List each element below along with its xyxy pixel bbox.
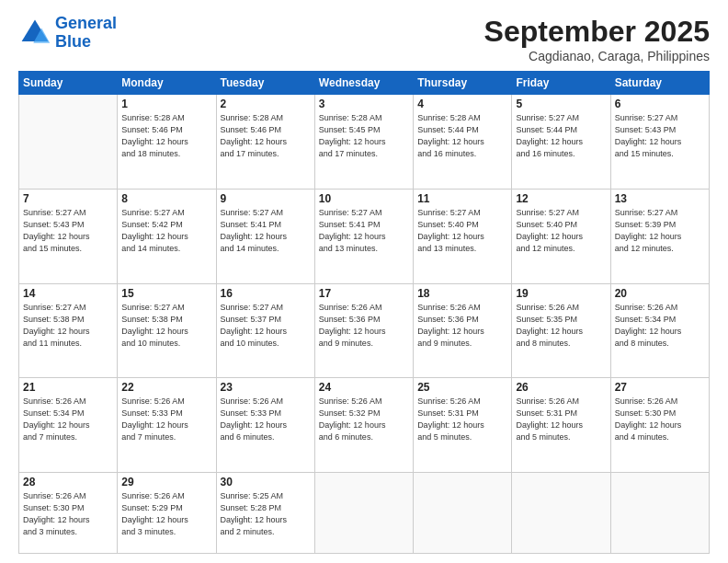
table-row: 2Sunrise: 5:28 AM Sunset: 5:46 PM Daylig…	[216, 95, 314, 190]
table-row: 17Sunrise: 5:26 AM Sunset: 5:36 PM Dayli…	[314, 283, 413, 378]
table-row: 23Sunrise: 5:26 AM Sunset: 5:33 PM Dayli…	[216, 378, 314, 473]
day-info: Sunrise: 5:26 AM Sunset: 5:34 PM Dayligh…	[23, 396, 113, 443]
table-row	[610, 473, 709, 554]
table-row: 27Sunrise: 5:26 AM Sunset: 5:30 PM Dayli…	[610, 378, 709, 473]
page: General Blue September 2025 Cagdianao, C…	[0, 0, 728, 563]
day-info: Sunrise: 5:26 AM Sunset: 5:36 PM Dayligh…	[319, 302, 409, 350]
day-info: Sunrise: 5:28 AM Sunset: 5:45 PM Dayligh…	[319, 112, 409, 160]
title-block: September 2025 Cagdianao, Caraga, Philip…	[484, 15, 710, 63]
day-number: 29	[121, 476, 211, 488]
day-info: Sunrise: 5:27 AM Sunset: 5:43 PM Dayligh…	[23, 207, 113, 255]
header-tuesday: Tuesday	[216, 72, 314, 95]
day-info: Sunrise: 5:26 AM Sunset: 5:36 PM Dayligh…	[417, 302, 507, 350]
table-row: 6Sunrise: 5:27 AM Sunset: 5:43 PM Daylig…	[610, 95, 709, 190]
table-row: 19Sunrise: 5:26 AM Sunset: 5:35 PM Dayli…	[512, 283, 610, 378]
table-row: 10Sunrise: 5:27 AM Sunset: 5:41 PM Dayli…	[314, 189, 413, 283]
table-row: 1Sunrise: 5:28 AM Sunset: 5:46 PM Daylig…	[118, 95, 216, 190]
day-number: 24	[319, 381, 409, 394]
day-number: 25	[417, 381, 507, 394]
table-row	[414, 473, 512, 554]
day-number: 13	[615, 192, 705, 205]
day-info: Sunrise: 5:26 AM Sunset: 5:32 PM Dayligh…	[319, 396, 409, 443]
table-row: 30Sunrise: 5:25 AM Sunset: 5:28 PM Dayli…	[216, 473, 314, 554]
table-row	[19, 95, 118, 190]
table-row: 11Sunrise: 5:27 AM Sunset: 5:40 PM Dayli…	[414, 189, 512, 283]
day-number: 20	[615, 287, 705, 300]
day-info: Sunrise: 5:27 AM Sunset: 5:38 PM Dayligh…	[23, 302, 113, 350]
table-row: 29Sunrise: 5:26 AM Sunset: 5:29 PM Dayli…	[118, 473, 216, 554]
table-row: 5Sunrise: 5:27 AM Sunset: 5:44 PM Daylig…	[512, 95, 610, 190]
day-info: Sunrise: 5:26 AM Sunset: 5:33 PM Dayligh…	[121, 396, 211, 443]
day-number: 15	[121, 287, 211, 300]
logo-icon	[18, 17, 51, 50]
table-row: 14Sunrise: 5:27 AM Sunset: 5:38 PM Dayli…	[19, 283, 118, 378]
day-number: 30	[221, 476, 311, 488]
calendar-header-row: Sunday Monday Tuesday Wednesday Thursday…	[19, 72, 710, 95]
table-row: 16Sunrise: 5:27 AM Sunset: 5:37 PM Dayli…	[216, 283, 314, 378]
day-number: 14	[23, 287, 113, 300]
header-saturday: Saturday	[610, 72, 709, 95]
day-info: Sunrise: 5:26 AM Sunset: 5:34 PM Dayligh…	[615, 302, 705, 350]
table-row: 25Sunrise: 5:26 AM Sunset: 5:31 PM Dayli…	[414, 378, 512, 473]
day-info: Sunrise: 5:28 AM Sunset: 5:46 PM Dayligh…	[121, 112, 211, 160]
day-number: 4	[417, 98, 507, 110]
day-info: Sunrise: 5:26 AM Sunset: 5:31 PM Dayligh…	[417, 396, 507, 443]
header-thursday: Thursday	[414, 72, 512, 95]
day-info: Sunrise: 5:27 AM Sunset: 5:43 PM Dayligh…	[615, 112, 705, 160]
day-info: Sunrise: 5:26 AM Sunset: 5:29 PM Dayligh…	[121, 490, 211, 538]
day-number: 22	[121, 381, 211, 394]
day-number: 26	[516, 381, 606, 394]
table-row: 15Sunrise: 5:27 AM Sunset: 5:38 PM Dayli…	[118, 283, 216, 378]
day-number: 8	[121, 192, 211, 205]
header-sunday: Sunday	[19, 72, 118, 95]
table-row: 20Sunrise: 5:26 AM Sunset: 5:34 PM Dayli…	[610, 283, 709, 378]
day-number: 23	[221, 381, 311, 394]
header-wednesday: Wednesday	[314, 72, 413, 95]
day-info: Sunrise: 5:26 AM Sunset: 5:33 PM Dayligh…	[221, 396, 311, 443]
day-number: 9	[221, 192, 311, 205]
day-info: Sunrise: 5:26 AM Sunset: 5:30 PM Dayligh…	[23, 490, 113, 538]
day-info: Sunrise: 5:27 AM Sunset: 5:41 PM Dayligh…	[319, 207, 409, 255]
logo: General Blue	[18, 15, 117, 52]
day-number: 21	[23, 381, 113, 394]
main-title: September 2025	[484, 15, 710, 49]
day-info: Sunrise: 5:27 AM Sunset: 5:39 PM Dayligh…	[615, 207, 705, 255]
calendar: Sunday Monday Tuesday Wednesday Thursday…	[18, 71, 710, 554]
day-number: 1	[121, 98, 211, 110]
day-info: Sunrise: 5:26 AM Sunset: 5:35 PM Dayligh…	[516, 302, 606, 350]
day-number: 10	[319, 192, 409, 205]
day-info: Sunrise: 5:27 AM Sunset: 5:37 PM Dayligh…	[221, 302, 311, 350]
header-friday: Friday	[512, 72, 610, 95]
table-row: 18Sunrise: 5:26 AM Sunset: 5:36 PM Dayli…	[414, 283, 512, 378]
day-number: 28	[23, 476, 113, 488]
table-row: 22Sunrise: 5:26 AM Sunset: 5:33 PM Dayli…	[118, 378, 216, 473]
day-info: Sunrise: 5:27 AM Sunset: 5:40 PM Dayligh…	[417, 207, 507, 255]
day-info: Sunrise: 5:28 AM Sunset: 5:44 PM Dayligh…	[417, 112, 507, 160]
header-monday: Monday	[118, 72, 216, 95]
table-row: 12Sunrise: 5:27 AM Sunset: 5:40 PM Dayli…	[512, 189, 610, 283]
table-row: 28Sunrise: 5:26 AM Sunset: 5:30 PM Dayli…	[19, 473, 118, 554]
day-number: 16	[221, 287, 311, 300]
day-number: 6	[615, 98, 705, 110]
day-info: Sunrise: 5:27 AM Sunset: 5:41 PM Dayligh…	[221, 207, 311, 255]
day-number: 5	[516, 98, 606, 110]
day-number: 12	[516, 192, 606, 205]
table-row: 7Sunrise: 5:27 AM Sunset: 5:43 PM Daylig…	[19, 189, 118, 283]
day-info: Sunrise: 5:25 AM Sunset: 5:28 PM Dayligh…	[221, 490, 311, 538]
table-row: 21Sunrise: 5:26 AM Sunset: 5:34 PM Dayli…	[19, 378, 118, 473]
day-number: 3	[319, 98, 409, 110]
day-number: 18	[417, 287, 507, 300]
day-info: Sunrise: 5:28 AM Sunset: 5:46 PM Dayligh…	[221, 112, 311, 160]
table-row: 13Sunrise: 5:27 AM Sunset: 5:39 PM Dayli…	[610, 189, 709, 283]
day-info: Sunrise: 5:27 AM Sunset: 5:42 PM Dayligh…	[121, 207, 211, 255]
table-row: 8Sunrise: 5:27 AM Sunset: 5:42 PM Daylig…	[118, 189, 216, 283]
table-row: 9Sunrise: 5:27 AM Sunset: 5:41 PM Daylig…	[216, 189, 314, 283]
header: General Blue September 2025 Cagdianao, C…	[18, 15, 710, 63]
subtitle: Cagdianao, Caraga, Philippines	[484, 49, 710, 63]
day-info: Sunrise: 5:27 AM Sunset: 5:44 PM Dayligh…	[516, 112, 606, 160]
table-row: 3Sunrise: 5:28 AM Sunset: 5:45 PM Daylig…	[314, 95, 413, 190]
table-row	[512, 473, 610, 554]
day-info: Sunrise: 5:27 AM Sunset: 5:38 PM Dayligh…	[121, 302, 211, 350]
table-row: 24Sunrise: 5:26 AM Sunset: 5:32 PM Dayli…	[314, 378, 413, 473]
day-info: Sunrise: 5:26 AM Sunset: 5:30 PM Dayligh…	[615, 396, 705, 443]
